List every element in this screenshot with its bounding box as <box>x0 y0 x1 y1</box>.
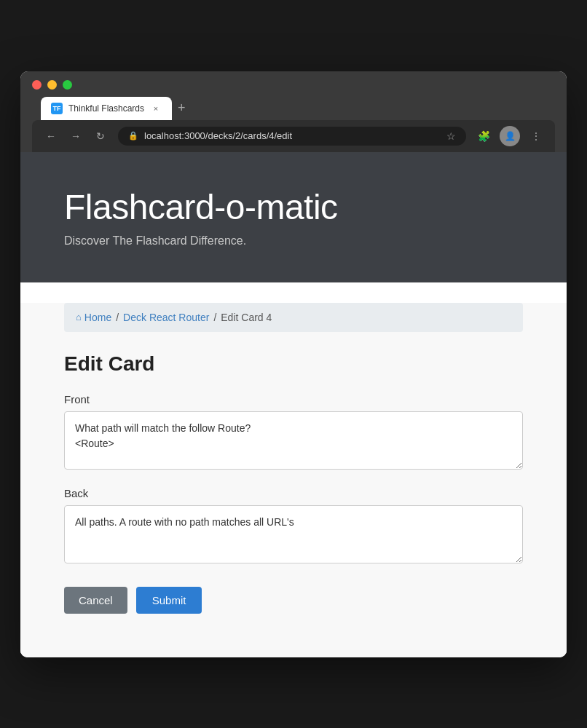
minimize-button[interactable] <box>47 80 57 90</box>
tab-title: Thinkful Flashcards <box>68 103 144 114</box>
front-form-group: Front <box>64 393 523 472</box>
breadcrumb: ⌂ Home / Deck React Router / Edit Card 4 <box>64 303 523 332</box>
browser-toolbar: ← → ↻ 🔒 localhost:3000/decks/2/cards/4/e… <box>32 120 555 152</box>
url-path: 3000/decks/2/cards/4/edit <box>184 130 292 141</box>
forward-button[interactable]: → <box>66 126 86 146</box>
tab-favicon: TF <box>51 103 63 114</box>
app-subtitle: Discover The Flashcard Difference. <box>64 234 523 248</box>
back-textarea[interactable] <box>64 505 523 563</box>
page-content: Flashcard-o-matic Discover The Flashcard… <box>20 152 567 657</box>
page-body: ⌂ Home / Deck React Router / Edit Card 4… <box>20 303 567 657</box>
menu-icon[interactable]: ⋮ <box>526 126 546 146</box>
nav-buttons: ← → ↻ <box>41 126 111 146</box>
browser-window: TF Thinkful Flashcards × + ← → ↻ 🔒 local… <box>20 71 567 657</box>
app-header: Flashcard-o-matic Discover The Flashcard… <box>20 152 567 282</box>
back-button[interactable]: ← <box>41 126 61 146</box>
submit-button[interactable]: Submit <box>136 587 202 614</box>
breadcrumb-home-link[interactable]: ⌂ Home <box>76 312 111 323</box>
back-form-group: Back <box>64 487 523 566</box>
address-bar[interactable]: 🔒 localhost:3000/decks/2/cards/4/edit ☆ <box>118 127 466 146</box>
button-group: Cancel Submit <box>64 587 523 614</box>
lock-icon: 🔒 <box>128 131 138 141</box>
breadcrumb-separator-2: / <box>213 312 216 323</box>
front-label: Front <box>64 393 523 405</box>
extensions-icon[interactable]: 🧩 <box>473 126 494 146</box>
tab-close-icon[interactable]: × <box>150 103 162 114</box>
front-textarea[interactable] <box>64 411 523 470</box>
breadcrumb-current: Edit Card 4 <box>221 312 272 323</box>
profile-icon[interactable]: 👤 <box>500 126 520 146</box>
breadcrumb-home-label: Home <box>84 312 111 323</box>
app-title: Flashcard-o-matic <box>64 187 523 227</box>
reload-button[interactable]: ↻ <box>90 126 111 146</box>
tab-bar: TF Thinkful Flashcards × + <box>32 97 555 120</box>
page-title: Edit Card <box>64 352 523 376</box>
maximize-button[interactable] <box>63 80 72 90</box>
bookmark-icon[interactable]: ☆ <box>446 130 456 142</box>
breadcrumb-deck-link[interactable]: Deck React Router <box>123 312 209 323</box>
breadcrumb-separator-1: / <box>116 312 119 323</box>
cancel-button[interactable]: Cancel <box>64 587 127 614</box>
active-tab[interactable]: TF Thinkful Flashcards × <box>41 97 172 120</box>
traffic-lights <box>32 80 555 90</box>
browser-chrome: TF Thinkful Flashcards × + ← → ↻ 🔒 local… <box>20 71 567 152</box>
toolbar-right: 🧩 👤 ⋮ <box>473 126 546 146</box>
url-prefix: localhost: <box>144 130 184 141</box>
home-icon: ⌂ <box>76 312 82 323</box>
close-button[interactable] <box>32 80 42 90</box>
back-label: Back <box>64 487 523 499</box>
url-text: localhost:3000/decks/2/cards/4/edit <box>144 130 441 141</box>
new-tab-button[interactable]: + <box>172 98 192 119</box>
